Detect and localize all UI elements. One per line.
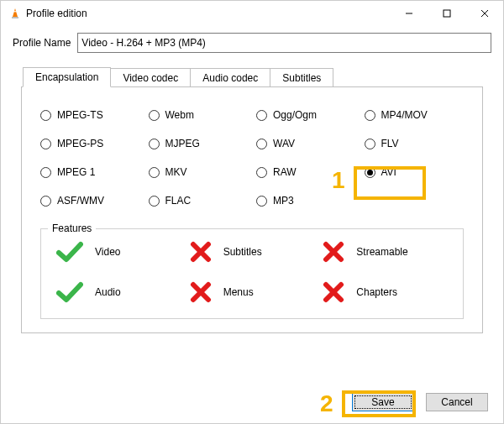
radio-avi[interactable]: AVI <box>365 166 465 178</box>
profile-name-label: Profile Name <box>13 37 71 49</box>
close-button[interactable] <box>465 1 503 26</box>
radio-webm[interactable]: Webm <box>149 109 249 121</box>
svg-rect-4 <box>444 10 450 17</box>
feature-streamable: Streamable <box>323 241 448 263</box>
cross-icon <box>190 241 212 263</box>
profile-name-input[interactable] <box>77 33 491 53</box>
radio-mkv[interactable]: MKV <box>149 166 249 178</box>
radio-mpeg1[interactable]: MPEG 1 <box>40 166 140 178</box>
svg-rect-2 <box>12 17 18 18</box>
radio-asf[interactable]: ASF/WMV <box>40 195 140 207</box>
tabstrip: Encapsulation Video codec Audio codec Su… <box>23 66 491 86</box>
window-buttons <box>390 1 503 26</box>
cross-icon <box>323 241 344 263</box>
cancel-button[interactable]: Cancel <box>426 393 488 411</box>
tab-audio-codec[interactable]: Audio codec <box>190 68 270 87</box>
radio-mjpeg[interactable]: MJPEG <box>149 138 249 149</box>
features-legend: Features <box>48 222 96 234</box>
save-button[interactable]: Save <box>352 393 414 411</box>
radio-wav[interactable]: WAV <box>256 138 356 149</box>
tab-subtitles[interactable]: Subtitles <box>270 68 333 87</box>
radio-raw[interactable]: RAW <box>256 166 356 178</box>
dialog-profile-edition: Profile edition Profile Name Encapsulati… <box>0 0 504 424</box>
feature-subtitles: Subtitles <box>190 241 315 263</box>
features-group: Features Video Subtitles Streamable <box>40 228 464 319</box>
check-icon <box>56 241 83 263</box>
svg-rect-1 <box>14 11 17 12</box>
tab-encapsulation[interactable]: Encapsulation <box>23 67 111 87</box>
feature-video: Video <box>56 241 181 263</box>
radio-flac[interactable]: FLAC <box>149 195 249 207</box>
minimize-button[interactable] <box>390 1 428 26</box>
tabpanel-encapsulation: MPEG-TS Webm Ogg/Ogm MP4/MOV MPEG-PS MJP… <box>21 86 483 333</box>
app-icon <box>9 8 21 19</box>
annotation-number-2: 2 <box>320 390 333 417</box>
feature-chapters: Chapters <box>323 281 448 303</box>
svg-marker-0 <box>13 8 18 17</box>
cross-icon <box>323 281 344 303</box>
feature-audio: Audio <box>56 281 181 303</box>
tab-video-codec[interactable]: Video codec <box>110 68 191 87</box>
radio-mpeg-ps[interactable]: MPEG-PS <box>40 138 140 149</box>
radio-mpeg-ts[interactable]: MPEG-TS <box>40 109 140 121</box>
check-icon <box>56 281 83 303</box>
radio-mp4[interactable]: MP4/MOV <box>365 109 465 121</box>
radio-mp3[interactable]: MP3 <box>256 195 356 207</box>
cross-icon <box>190 281 212 303</box>
radio-ogg[interactable]: Ogg/Ogm <box>256 109 356 121</box>
maximize-button[interactable] <box>428 1 465 26</box>
window-title: Profile edition <box>26 8 87 19</box>
feature-menus: Menus <box>190 281 315 303</box>
radio-flv[interactable]: FLV <box>365 138 465 149</box>
titlebar: Profile edition <box>1 1 503 26</box>
